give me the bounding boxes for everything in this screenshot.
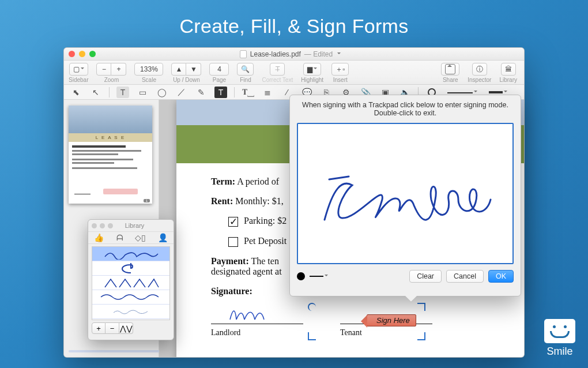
term-label: Term: (211, 177, 235, 186)
library-tab-stamps[interactable]: 👍 (94, 233, 104, 242)
library-item-signature-1[interactable] (92, 247, 169, 261)
library-titlebar[interactable]: Library (88, 220, 174, 231)
page-thumbnail[interactable]: L E A S E 1 (69, 106, 152, 204)
library-tab-signatures[interactable]: ᗩ (116, 233, 123, 243)
window-titlebar: Lease-ladies.pdf — Edited (64, 48, 524, 61)
library-list[interactable] (92, 246, 170, 320)
library-item-signature-2[interactable] (92, 261, 169, 276)
payment-line2: designated agent at (211, 266, 282, 276)
select-tool-arrow[interactable]: ⬉ (70, 87, 82, 98)
scale-label: Scale (142, 77, 156, 83)
minimize-button[interactable] (79, 51, 85, 57)
traffic-lights (69, 51, 96, 57)
thumb-page-number: 1 (144, 199, 150, 202)
find-button[interactable]: 🔍 (237, 63, 254, 76)
library-tab-shapes[interactable]: ◇▯ (135, 233, 146, 242)
library-settings-button[interactable]: ⋀⋁ (119, 322, 133, 334)
updown-label: Up / Down (173, 77, 200, 83)
library-tab-people[interactable]: 👤 (158, 233, 168, 242)
share-label: Share (443, 77, 458, 83)
term-text: A period of (235, 177, 279, 186)
landlord-label: Landlord (211, 328, 240, 337)
page-down-button[interactable]: ▼ (186, 63, 201, 76)
library-palette[interactable]: Library 👍 ᗩ ◇▯ 👤 + − ⋀⋁ (88, 219, 174, 340)
indent-tool[interactable]: ≣ (261, 87, 274, 98)
insert-label: Insert (333, 77, 348, 83)
cancel-button[interactable]: Cancel (446, 270, 484, 283)
document-icon (240, 50, 247, 58)
circle-tool[interactable]: ◯ (156, 87, 168, 98)
tenant-label: Tenant (340, 328, 362, 337)
library-add-button[interactable]: + (92, 322, 105, 334)
insert-button[interactable]: ＋▫ (331, 63, 349, 76)
page-up-button[interactable]: ▲ (171, 63, 186, 76)
ink-color-picker[interactable] (297, 272, 305, 280)
library-item-signature-3[interactable] (92, 276, 169, 290)
payment-text: The ten (249, 256, 279, 266)
line-tool[interactable]: ／ (175, 87, 188, 98)
thumb-lease-banner: L E A S E (69, 133, 152, 142)
sign-here-tag[interactable]: Sign Here (367, 314, 416, 326)
landlord-signature-line[interactable]: Landlord (211, 324, 303, 324)
edited-badge: — Edited (304, 50, 333, 58)
rent-label: Rent: (211, 196, 233, 206)
clear-button[interactable]: Clear (409, 270, 442, 283)
zoom-in-button[interactable]: + (111, 63, 126, 76)
rect-tool[interactable]: ▭ (136, 87, 149, 98)
maximize-button[interactable] (89, 51, 96, 57)
library-remove-button[interactable]: − (105, 322, 119, 334)
marketing-headline: Create, Fill, & Sign Forms (0, 15, 588, 37)
library-label: Library (499, 77, 517, 83)
brand-name: Smile (546, 346, 572, 357)
payment-label: Payment: (211, 256, 249, 266)
parking-checkbox[interactable] (228, 217, 238, 227)
text-tool[interactable]: T (116, 87, 129, 98)
highlight-button[interactable]: ▆ (303, 63, 321, 76)
sidebar-label: Sidebar (69, 77, 88, 83)
inspector-label: Inspector (468, 77, 491, 83)
highlight-label: Highlight (301, 77, 323, 83)
close-button[interactable] (69, 51, 75, 57)
library-item-signature-5[interactable] (92, 305, 169, 319)
library-title: Library (113, 222, 156, 229)
zoom-label: Zoom (104, 77, 119, 83)
ink-weight-picker[interactable] (310, 275, 328, 278)
petdeposit-checkbox[interactable] (228, 237, 238, 247)
library-item-signature-4[interactable] (92, 290, 169, 305)
main-toolbar: ▢ Sidebar − + Zoom 133% Scale ▲ ▼ Up / D… (64, 61, 524, 85)
signature-drawing-pad[interactable] (297, 123, 514, 264)
edit-tool-arrow[interactable]: ↖ (89, 87, 102, 98)
brand-logo: Smile (544, 319, 575, 358)
share-button[interactable] (441, 63, 459, 76)
parking-text: Parking: $2 (244, 216, 287, 226)
rent-text: Monthly: $1, (233, 196, 284, 206)
freehand-tool[interactable]: ✎ (195, 87, 208, 98)
correct-text-button: T̶ (270, 63, 285, 76)
redact-tool[interactable]: T (214, 87, 227, 98)
page-label: Page (213, 77, 226, 83)
zoom-out-button[interactable]: − (96, 63, 111, 76)
signature-popover: When signing with a Trackpad click below… (289, 95, 521, 296)
sidebar-toggle-button[interactable]: ▢ (69, 63, 88, 76)
library-button[interactable]: 🏛 (501, 63, 516, 76)
inspector-button[interactable]: ⓘ (472, 63, 487, 76)
petdeposit-text: Pet Deposit (244, 236, 287, 246)
title-dropdown-icon[interactable] (337, 52, 341, 56)
correct-label: Correct Text (262, 77, 293, 83)
window-title: Lease-ladies.pdf — Edited (96, 50, 485, 58)
scale-field[interactable]: 133% (134, 63, 163, 76)
find-label: Find (240, 77, 251, 83)
form-text-tool[interactable]: 𝐓⎵ (242, 87, 254, 98)
signature-label: Signature: (211, 286, 252, 296)
page-field[interactable]: 4 (209, 63, 229, 76)
signature-instructions: When signing with a Trackpad click below… (290, 95, 521, 123)
ok-button[interactable]: OK (488, 270, 514, 283)
filename: Lease-ladies.pdf (250, 50, 301, 58)
